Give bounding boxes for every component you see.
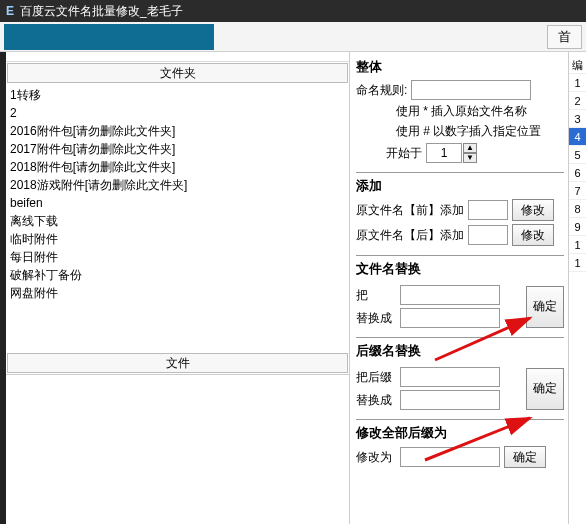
replace-to-input[interactable] xyxy=(400,308,500,328)
spinner-up-icon[interactable]: ▲ xyxy=(463,143,477,153)
right-pane: 整体 命名规则: 使用 * 插入原始文件名称 使用 # 以数字插入指定位置 开始… xyxy=(350,52,586,524)
folder-item[interactable]: 2018附件包[请勿删除此文件夹] xyxy=(10,158,345,176)
start-label: 开始于 xyxy=(386,145,422,162)
folder-item[interactable]: 2016附件包[请勿删除此文件夹] xyxy=(10,122,345,140)
file-list[interactable] xyxy=(6,374,349,524)
ext-from-label: 把后缀 xyxy=(356,369,396,386)
edge-cell[interactable]: 8 xyxy=(569,200,586,218)
content: 文件夹 1转移22016附件包[请勿删除此文件夹]2017附件包[请勿删除此文件… xyxy=(0,52,586,524)
right-main: 整体 命名规则: 使用 * 插入原始文件名称 使用 # 以数字插入指定位置 开始… xyxy=(350,52,568,524)
folder-item[interactable]: 网盘附件 xyxy=(10,284,345,302)
toolbar-right-button[interactable]: 首 xyxy=(547,25,582,49)
folder-item[interactable]: 2018游戏附件[请勿删除此文件夹] xyxy=(10,176,345,194)
spinner-down-icon[interactable]: ▼ xyxy=(463,153,477,163)
after-modify-button[interactable]: 修改 xyxy=(512,224,554,246)
right-edge-strip: 编12345678911 xyxy=(568,52,586,524)
toolbar: 首 xyxy=(0,22,586,52)
ext-all-ok-button[interactable]: 确定 xyxy=(504,446,546,468)
after-label: 原文件名【后】添加 xyxy=(356,227,464,244)
edge-cell[interactable]: 2 xyxy=(569,92,586,110)
folder-item[interactable]: 1转移 xyxy=(10,86,345,104)
folder-list[interactable]: 1转移22016附件包[请勿删除此文件夹]2017附件包[请勿删除此文件夹]20… xyxy=(6,84,349,352)
edge-cell[interactable]: 编 xyxy=(569,56,586,74)
hint-star: 使用 * 插入原始文件名称 xyxy=(396,103,564,120)
replace-to-label: 替换成 xyxy=(356,310,396,327)
group-whole: 整体 命名规则: 使用 * 插入原始文件名称 使用 # 以数字插入指定位置 开始… xyxy=(356,54,564,173)
before-modify-button[interactable]: 修改 xyxy=(512,199,554,221)
titlebar: E 百度云文件名批量修改_老毛子 xyxy=(0,0,586,22)
replace-from-label: 把 xyxy=(356,287,396,304)
group-ext-all-title: 修改全部后缀为 xyxy=(356,424,564,442)
rule-input[interactable] xyxy=(411,80,531,100)
folder-item[interactable]: 临时附件 xyxy=(10,230,345,248)
folder-item[interactable]: 每日附件 xyxy=(10,248,345,266)
edge-cell[interactable]: 5 xyxy=(569,146,586,164)
ext-to-input[interactable] xyxy=(400,390,500,410)
left-top-patch xyxy=(6,52,349,62)
group-replace: 文件名替换 把 替换成 确定 xyxy=(356,256,564,338)
ext-to-label: 替换成 xyxy=(356,392,396,409)
start-value[interactable] xyxy=(426,143,462,163)
edge-cell[interactable]: 3 xyxy=(569,110,586,128)
group-whole-title: 整体 xyxy=(356,58,564,76)
titlebar-e: E xyxy=(6,0,14,22)
titlebar-text: 百度云文件名批量修改_老毛子 xyxy=(20,0,183,22)
ext-all-label: 修改为 xyxy=(356,449,396,466)
group-ext-replace: 后缀名替换 把后缀 替换成 确定 xyxy=(356,338,564,420)
start-spinner[interactable]: ▲ ▼ xyxy=(426,143,477,163)
folder-item[interactable]: 离线下载 xyxy=(10,212,345,230)
edge-cell[interactable]: 6 xyxy=(569,164,586,182)
file-header[interactable]: 文件 xyxy=(7,353,348,373)
folder-item[interactable]: 2017附件包[请勿删除此文件夹] xyxy=(10,140,345,158)
folder-header[interactable]: 文件夹 xyxy=(7,63,348,83)
replace-ok-button[interactable]: 确定 xyxy=(526,286,564,328)
before-input[interactable] xyxy=(468,200,508,220)
edge-cell[interactable]: 4 xyxy=(569,128,586,146)
edge-cell[interactable]: 1 xyxy=(569,254,586,272)
folder-item[interactable]: 2 xyxy=(10,104,345,122)
hint-hash: 使用 # 以数字插入指定位置 xyxy=(396,123,564,140)
edge-cell[interactable]: 9 xyxy=(569,218,586,236)
toolbar-patch xyxy=(4,24,214,50)
group-add-title: 添加 xyxy=(356,177,564,195)
left-black-border xyxy=(0,52,6,524)
folder-item[interactable]: beifen xyxy=(10,194,345,212)
edge-cell[interactable]: 1 xyxy=(569,236,586,254)
left-pane: 文件夹 1转移22016附件包[请勿删除此文件夹]2017附件包[请勿删除此文件… xyxy=(0,52,350,524)
edge-cell[interactable]: 1 xyxy=(569,74,586,92)
before-label: 原文件名【前】添加 xyxy=(356,202,464,219)
edge-cell[interactable]: 7 xyxy=(569,182,586,200)
group-add: 添加 原文件名【前】添加 修改 原文件名【后】添加 修改 xyxy=(356,173,564,256)
folder-item[interactable]: 破解补丁备份 xyxy=(10,266,345,284)
replace-from-input[interactable] xyxy=(400,285,500,305)
ext-all-input[interactable] xyxy=(400,447,500,467)
after-input[interactable] xyxy=(468,225,508,245)
ext-ok-button[interactable]: 确定 xyxy=(526,368,564,410)
group-replace-title: 文件名替换 xyxy=(356,260,564,278)
ext-from-input[interactable] xyxy=(400,367,500,387)
group-ext-all: 修改全部后缀为 修改为 确定 xyxy=(356,420,564,477)
group-ext-title: 后缀名替换 xyxy=(356,342,564,360)
rule-label: 命名规则: xyxy=(356,82,407,99)
